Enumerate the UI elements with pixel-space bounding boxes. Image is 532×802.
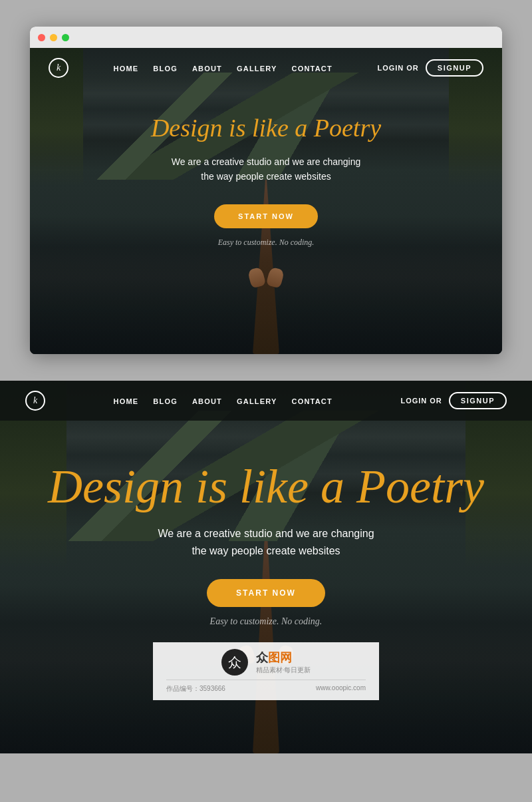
navbar-full: k HOME BLOG ABOUT GALLERY CONTACT LOGIN … <box>0 381 532 421</box>
nav-link-contact[interactable]: CONTACT <box>292 65 332 73</box>
nav-item-about[interactable]: ABOUT <box>192 62 222 74</box>
hero-content-small: Design is like a Poetry We are a creativ… <box>30 88 502 288</box>
hero-tagline-full: Easy to customize. No coding. <box>13 616 519 627</box>
hero-content-full: Design is like a Poetry We are a creativ… <box>0 421 532 680</box>
login-text-small[interactable]: LOGIN OR <box>377 64 418 72</box>
nav-auth-full: LOGIN OR SIGNUP <box>400 392 507 409</box>
browser-mockup: k HOME BLOG ABOUT GALLERY CONTACT LOGIN … <box>30 27 502 354</box>
nav-item-gallery-full[interactable]: GALLERY <box>237 395 277 407</box>
nav-link-gallery-full[interactable]: GALLERY <box>237 397 277 405</box>
browser-chrome <box>30 27 502 48</box>
start-now-button-small[interactable]: START NOW <box>214 204 318 228</box>
hero-subtitle-small: We are a creative studio and we are chan… <box>43 154 489 184</box>
nav-item-contact[interactable]: CONTACT <box>292 62 332 74</box>
hero-title-small: Design is like a Poetry <box>43 114 489 142</box>
navbar-small: k HOME BLOG ABOUT GALLERY CONTACT LOGIN … <box>30 48 502 88</box>
start-now-button-full[interactable]: START NOW <box>207 579 325 607</box>
nav-links-small: HOME BLOG ABOUT GALLERY CONTACT <box>114 62 332 74</box>
logo-full[interactable]: k <box>25 391 45 411</box>
browser-maximize-dot[interactable] <box>62 34 69 41</box>
nav-item-home-full[interactable]: HOME <box>114 395 139 407</box>
login-text-full[interactable]: LOGIN OR <box>400 397 442 405</box>
hero-title-full: Design is like a Poetry <box>13 461 519 513</box>
nav-item-contact-full[interactable]: CONTACT <box>292 395 332 407</box>
browser-minimize-dot[interactable] <box>50 34 57 41</box>
nav-link-contact-full[interactable]: CONTACT <box>292 397 332 405</box>
small-hero-section: k HOME BLOG ABOUT GALLERY CONTACT LOGIN … <box>30 48 502 354</box>
nav-links-full: HOME BLOG ABOUT GALLERY CONTACT <box>114 395 332 407</box>
hero-tagline-small: Easy to customize. No coding. <box>43 238 489 248</box>
nav-item-blog[interactable]: BLOG <box>153 62 178 74</box>
hero-subtitle-full: We are a creative studio and we are chan… <box>13 525 519 559</box>
nav-link-about-full[interactable]: ABOUT <box>192 397 222 405</box>
nav-link-home[interactable]: HOME <box>114 65 139 73</box>
nav-item-blog-full[interactable]: BLOG <box>153 395 178 407</box>
logo-small[interactable]: k <box>49 58 68 78</box>
nav-item-about-full[interactable]: ABOUT <box>192 395 222 407</box>
nav-item-gallery[interactable]: GALLERY <box>237 62 277 74</box>
nav-link-home-full[interactable]: HOME <box>114 397 139 405</box>
signup-button-small[interactable]: SIGNUP <box>426 59 483 77</box>
browser-close-dot[interactable] <box>38 34 45 41</box>
nav-link-blog-full[interactable]: BLOG <box>153 397 178 405</box>
nav-item-home[interactable]: HOME <box>114 62 139 74</box>
nav-link-gallery[interactable]: GALLERY <box>237 65 277 73</box>
nav-link-blog[interactable]: BLOG <box>153 65 178 73</box>
nav-auth-small: LOGIN OR SIGNUP <box>377 59 483 77</box>
signup-button-full[interactable]: SIGNUP <box>449 392 507 409</box>
nav-link-about[interactable]: ABOUT <box>192 65 222 73</box>
full-hero-section: k HOME BLOG ABOUT GALLERY CONTACT LOGIN … <box>0 381 532 753</box>
